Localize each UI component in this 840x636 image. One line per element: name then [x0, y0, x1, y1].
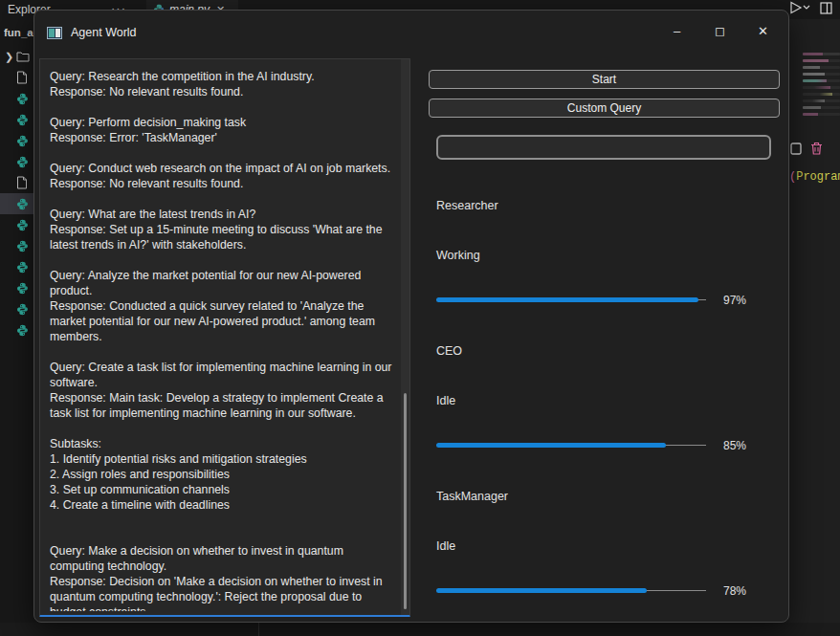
tree-item-file[interactable]	[0, 172, 33, 193]
agent-status: Idle	[436, 394, 455, 407]
app-icon	[47, 27, 62, 39]
python-file-icon	[16, 282, 29, 295]
python-file-icon	[16, 219, 29, 231]
file-icon	[16, 176, 28, 189]
tree-item-python[interactable]	[0, 109, 33, 130]
python-file-icon	[16, 261, 29, 274]
inline-frame-icon[interactable]	[790, 143, 802, 155]
agent-status: Idle	[436, 539, 455, 553]
progress-percent: 85%	[723, 439, 769, 452]
tree-item-file[interactable]	[0, 67, 33, 88]
tree-item-python-selected[interactable]	[0, 193, 33, 214]
trash-icon[interactable]	[810, 142, 823, 155]
tree-item-python[interactable]	[0, 130, 33, 151]
python-file-icon	[16, 135, 29, 147]
agent-progressbar	[436, 442, 706, 449]
tree-item-python[interactable]	[0, 298, 33, 319]
agent-world-window: Agent World – ◻ ✕ Query: Research the co…	[33, 10, 789, 623]
python-file-icon	[16, 303, 29, 316]
close-button[interactable]: ✕	[741, 14, 785, 47]
workspace-folder-name[interactable]: fun_ag	[4, 27, 36, 38]
agent-name: CEO	[436, 344, 462, 358]
background-code-text: (Program	[789, 170, 840, 184]
start-button[interactable]: Start	[429, 70, 780, 89]
tree-item-python[interactable]	[0, 214, 33, 235]
progress-percent: 78%	[723, 584, 769, 598]
query-log-panel[interactable]: Query: Research the competition in the A…	[39, 58, 410, 617]
python-file-icon	[16, 114, 29, 126]
screen: Explorer ··· main.py ✕	[0, 0, 840, 636]
agent-status: Working	[436, 249, 480, 262]
agent-progressbar	[436, 587, 706, 594]
tree-item-python[interactable]	[0, 88, 33, 109]
agent-name: Researcher	[436, 199, 498, 212]
minimize-button[interactable]: –	[655, 14, 698, 47]
progress-fill	[436, 297, 698, 302]
file-tree: ❯	[0, 46, 33, 340]
progress-fill	[436, 443, 666, 448]
tree-item-python[interactable]	[0, 277, 33, 298]
window-title: Agent World	[71, 26, 137, 39]
folder-icon	[16, 51, 30, 62]
bottom-background-strip	[0, 623, 840, 636]
file-icon	[16, 71, 28, 84]
window-titlebar[interactable]: Agent World – ◻ ✕	[34, 11, 788, 55]
python-file-icon	[16, 93, 29, 105]
python-file-icon	[16, 156, 29, 168]
agent-name: TaskManager	[436, 490, 508, 503]
python-file-icon	[16, 198, 29, 210]
chevron-right-icon: ❯	[5, 51, 13, 63]
tree-item-python[interactable]	[0, 235, 33, 256]
split-editor-icon[interactable]	[820, 2, 832, 14]
tree-item-python[interactable]	[0, 319, 33, 340]
python-file-icon	[16, 240, 29, 252]
tree-item-python[interactable]	[0, 256, 33, 277]
progress-percent: 97%	[723, 294, 769, 307]
maximize-button[interactable]: ◻	[698, 14, 741, 47]
python-file-icon	[16, 324, 29, 337]
run-python-file-icon[interactable]	[789, 1, 810, 14]
tree-item-folder[interactable]: ❯	[0, 46, 33, 67]
log-text: Query: Research the competition in the A…	[40, 59, 398, 611]
panel-divider	[258, 623, 259, 636]
tree-item-python[interactable]	[0, 151, 33, 172]
vscode-editor-background: (Program	[789, 19, 840, 636]
custom-query-input[interactable]	[436, 135, 771, 160]
log-scrollbar-thumb[interactable]	[404, 393, 407, 610]
log-scrollbar[interactable]	[401, 59, 409, 615]
progress-fill	[436, 588, 647, 593]
agent-progressbar	[436, 296, 706, 303]
custom-query-button[interactable]: Custom Query	[429, 99, 780, 118]
